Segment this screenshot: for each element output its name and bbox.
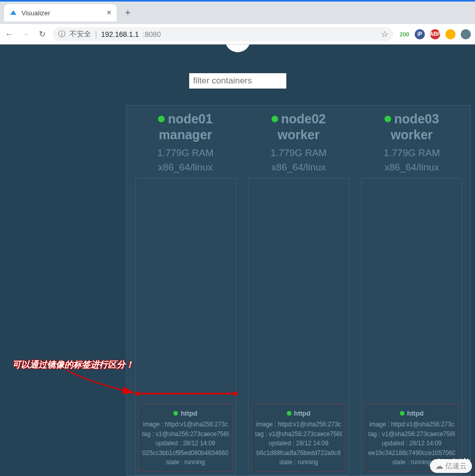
task-status-dot-icon (400, 411, 404, 416)
task-state: state : running (255, 458, 342, 467)
task-updated: updated : 28/12 14:09 (368, 439, 455, 448)
cloud-icon: ☁ (435, 461, 443, 471)
cloud-label: 亿速云 (445, 462, 467, 471)
node-column-node03: node03 worker 1.779G RAM x86_64/linux ht… (355, 109, 468, 475)
node-header: node03 worker 1.779G RAM x86_64/linux (383, 109, 440, 175)
status-dot-icon (384, 116, 391, 122)
node-column-node01: node01 manager 1.779G RAM x86_64/linux h… (129, 109, 242, 475)
task-image: image : httpd:v1@sha256:273c (255, 420, 342, 429)
extension-grey-icon[interactable] (461, 29, 471, 39)
task-id: b6c1d88fcadfa76bedd722a8c8 (255, 448, 342, 458)
extension-yellow-icon[interactable] (445, 29, 456, 39)
task-tag: tag : v1@sha256:273caece7569 (255, 429, 342, 439)
node-body: httpd image : httpd:v1@sha256:273c tag :… (135, 178, 236, 475)
address-bar[interactable]: ⓘ 不安全 | 192.168.1.1:8080 ☆ (53, 27, 393, 41)
task-name: httpd (294, 408, 310, 419)
cluster-panel: node01 manager 1.779G RAM x86_64/linux h… (126, 105, 471, 476)
extension-count[interactable]: 200 (399, 29, 410, 39)
info-icon[interactable]: ⓘ (58, 30, 65, 39)
address-separator: | (95, 30, 97, 38)
task-image: image : httpd:v1@sha256:273c (368, 420, 455, 429)
node-arch: x86_64/linux (383, 162, 440, 173)
task-image: image : httpd:v1@sha256:273c (142, 420, 229, 429)
task-updated: updated : 28/12 14:09 (255, 439, 342, 448)
node-body: httpd image : httpd:v1@sha256:273c tag :… (248, 178, 349, 475)
task-name: httpd (180, 408, 197, 419)
extension-abp-icon[interactable]: ABP (430, 29, 440, 39)
node-column-node02: node02 worker 1.779G RAM x86_64/linux ht… (242, 109, 355, 475)
task-id: 025cc3bb1cf95ed080b4634660 (142, 448, 229, 458)
reload-button[interactable]: ↻ (37, 29, 47, 39)
insecure-label: 不安全 (70, 30, 91, 39)
filter-input[interactable] (189, 73, 286, 89)
forward-button[interactable]: → (20, 29, 31, 39)
close-icon[interactable]: × (107, 8, 111, 17)
nodes-row: node01 manager 1.779G RAM x86_64/linux h… (127, 105, 470, 475)
page-content: node01 manager 1.779G RAM x86_64/linux h… (0, 45, 475, 476)
task-tag: tag : v1@sha256:273caece7569 (142, 429, 229, 439)
task-card[interactable]: httpd image : httpd:v1@sha256:273c tag :… (252, 404, 346, 472)
node-header: node02 worker 1.779G RAM x86_64/linux (270, 109, 327, 175)
task-card[interactable]: httpd image : httpd:v1@sha256:273c tag :… (139, 404, 233, 472)
node-name: node03 (394, 112, 439, 126)
cloud-badge: ☁ 亿速云 (430, 459, 472, 473)
node-name: node01 (168, 112, 213, 126)
node-header: node01 manager 1.779G RAM x86_64/linux (157, 109, 214, 175)
logo-icon (225, 45, 251, 52)
status-dot-icon (158, 116, 165, 122)
address-port: :8080 (143, 30, 161, 38)
node-arch: x86_64/linux (270, 162, 327, 173)
extension-icons: 200 iP ABP (399, 29, 471, 39)
node-ram: 1.779G RAM (157, 147, 214, 159)
tab-strip: Visualizer × + (0, 2, 475, 24)
tab-favicon-icon (9, 9, 17, 17)
node-role: worker (383, 127, 440, 142)
address-host: 192.168.1.1 (101, 30, 139, 38)
node-ram: 1.779G RAM (383, 147, 440, 159)
task-status-dot-icon (173, 411, 178, 416)
node-name: node02 (281, 112, 326, 126)
back-button[interactable]: ← (4, 29, 14, 39)
task-state: state : running (142, 458, 229, 467)
node-role: worker (270, 127, 327, 142)
node-body: httpd image : httpd:v1@sha256:273c tag :… (361, 178, 462, 475)
bookmark-star-icon[interactable]: ☆ (381, 29, 388, 39)
status-dot-icon (272, 116, 278, 122)
browser-toolbar: ← → ↻ ⓘ 不安全 | 192.168.1.1:8080 ☆ 200 iP … (0, 24, 475, 45)
task-name: httpd (407, 408, 423, 419)
new-tab-button[interactable]: + (121, 6, 135, 20)
extension-ip-icon[interactable]: iP (415, 29, 425, 39)
node-arch: x86_64/linux (157, 162, 214, 173)
browser-tab[interactable]: Visualizer × (4, 4, 117, 21)
node-role: manager (157, 127, 214, 142)
tab-title: Visualizer (21, 9, 50, 17)
task-status-dot-icon (287, 411, 291, 416)
node-ram: 1.779G RAM (270, 147, 327, 159)
task-tag: tag : v1@sha256:273caece7569 (368, 429, 455, 439)
annotation-text: 可以通过镜像的标签进行区分！ (12, 359, 134, 371)
task-updated: updated : 28/12 14:09 (142, 439, 229, 448)
